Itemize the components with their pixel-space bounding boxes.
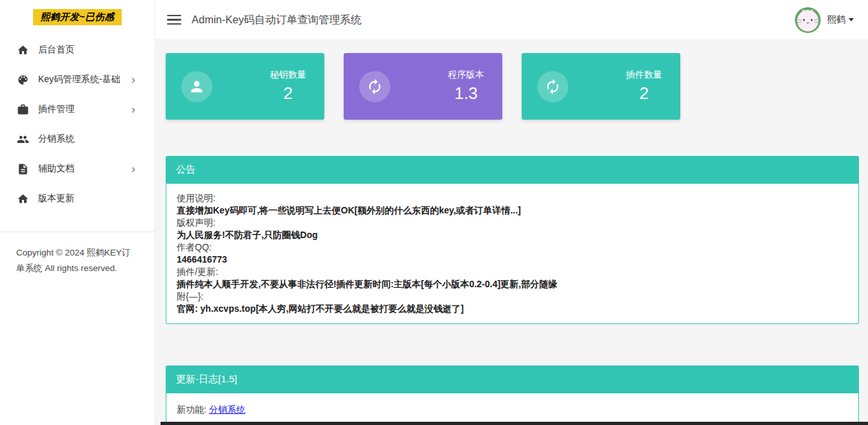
sidebar-menu: 后台首页 Key码管理系统-基础 › 插件管理 › 分销 — [0, 35, 155, 213]
announcement-line: 作者QQ: — [177, 241, 848, 254]
chevron-right-icon: › — [131, 164, 135, 173]
sidebar-item-label: 分销系统 — [38, 133, 74, 145]
menu-toggle-button[interactable] — [167, 15, 181, 25]
announcement-line: 为人民服务!不防君子,只防圈钱Dog — [177, 229, 848, 241]
document-icon — [16, 162, 29, 175]
announcement-line: 版权声明: — [177, 217, 848, 229]
announcement-title: 公告 — [166, 156, 859, 184]
chevron-right-icon: › — [131, 105, 135, 114]
stat-value: 1.3 — [448, 83, 484, 104]
stat-label: 插件数量 — [626, 69, 662, 81]
changelog-entry: 新功能:分销系统 — [177, 404, 848, 416]
page-title: Admin-Key码自动订单查询管理系统 — [192, 13, 361, 27]
group-icon — [16, 133, 29, 146]
logo-container: 熙鹤开发~已伤感 — [0, 0, 155, 25]
stat-label: 程序版本 — [448, 69, 484, 81]
stat-card-program-version: 程序版本 1.3 — [344, 53, 502, 120]
sidebar: 熙鹤开发~已伤感 后台首页 Key码管理系统-基础 › 插件管理 — [0, 0, 155, 425]
palette-icon — [16, 73, 29, 86]
user-menu[interactable]: 熙鹤 — [795, 7, 854, 33]
announcement-line: 官网: yh.xcvps.top[本人穷,网站打不开要么就是被打要么就是没钱逝了… — [177, 303, 848, 315]
app-logo: 熙鹤开发~已伤感 — [33, 9, 122, 25]
content-column: Admin-Key码自动订单查询管理系统 熙鹤 — [155, 0, 868, 425]
home-icon — [16, 43, 29, 56]
sidebar-item-distribution-system[interactable]: 分销系统 — [0, 124, 155, 154]
announcement-body: 使用说明: 直接增加Key码即可,将一些说明写上去便OK[额外别的什么东西的ke… — [166, 184, 859, 324]
changelog-title: 更新-日志[1.5] — [166, 365, 859, 393]
announcement-panel: 公告 使用说明: 直接增加Key码即可,将一些说明写上去便OK[额外别的什么东西… — [166, 156, 859, 324]
stat-value: 2 — [270, 83, 306, 104]
main-content: 秘钥数量 2 程序版本 1.3 — [155, 40, 868, 425]
sync-icon — [359, 71, 390, 102]
stat-card-key-count: 秘钥数量 2 — [166, 53, 324, 120]
announcement-line: 插件/更新: — [177, 266, 848, 278]
briefcase-icon — [16, 103, 29, 116]
distribution-system-link[interactable]: 分销系统 — [209, 404, 245, 415]
home-icon — [16, 192, 29, 205]
sidebar-item-version-update[interactable]: 版本更新 — [0, 184, 155, 213]
changelog-panel: 更新-日志[1.5] 新功能:分销系统 — [166, 365, 859, 425]
sidebar-item-label: 辅助文档 — [38, 163, 74, 175]
bottom-dark-strip — [161, 422, 868, 425]
sidebar-item-plugin-management[interactable]: 插件管理 › — [0, 94, 155, 124]
announcement-line: 插件纯本人顺手开发,不要从事非法行径!插件更新时间:主版本[每个小版本0.2-0… — [177, 278, 848, 290]
stat-label: 秘钥数量 — [270, 69, 306, 81]
chevron-right-icon: › — [131, 75, 135, 84]
announcement-line: 附{—}: — [177, 290, 848, 303]
top-header: Admin-Key码自动订单查询管理系统 熙鹤 — [155, 0, 868, 40]
changelog-body: 新功能:分销系统 — [166, 393, 859, 425]
sidebar-item-label: 插件管理 — [38, 104, 74, 115]
sidebar-item-label: Key码管理系统-基础 — [38, 74, 120, 85]
sidebar-item-dashboard[interactable]: 后台首页 — [0, 35, 155, 65]
cat-avatar — [795, 7, 821, 33]
user-name: 熙鹤 — [827, 14, 845, 26]
sidebar-item-label: 版本更新 — [38, 193, 74, 204]
copyright-text: Copyright © 2024 熙鹤KEY订单系统 All rights re… — [16, 245, 138, 276]
stat-card-plugin-count: 插件数量 2 — [522, 53, 680, 120]
sidebar-item-help-docs[interactable]: 辅助文档 › — [0, 154, 155, 184]
changelog-entry-prefix: 新功能: — [177, 404, 206, 415]
chevron-down-icon — [849, 18, 854, 21]
announcement-line: 使用说明: — [177, 192, 848, 204]
stat-value: 2 — [626, 83, 662, 104]
person-icon — [181, 71, 212, 102]
sync-icon — [537, 71, 568, 102]
sidebar-item-label: 后台首页 — [38, 44, 74, 56]
sidebar-divider — [0, 232, 155, 232]
stat-cards-row: 秘钥数量 2 程序版本 1.3 — [166, 53, 859, 120]
announcement-line: 1466416773 — [177, 254, 848, 266]
app-window: 熙鹤开发~已伤感 后台首页 Key码管理系统-基础 › 插件管理 — [0, 0, 868, 425]
announcement-line: 直接增加Key码即可,将一些说明写上去便OK[额外别的什么东西的key,或者订单… — [177, 204, 848, 217]
sidebar-item-keycode-management[interactable]: Key码管理系统-基础 › — [0, 65, 155, 94]
